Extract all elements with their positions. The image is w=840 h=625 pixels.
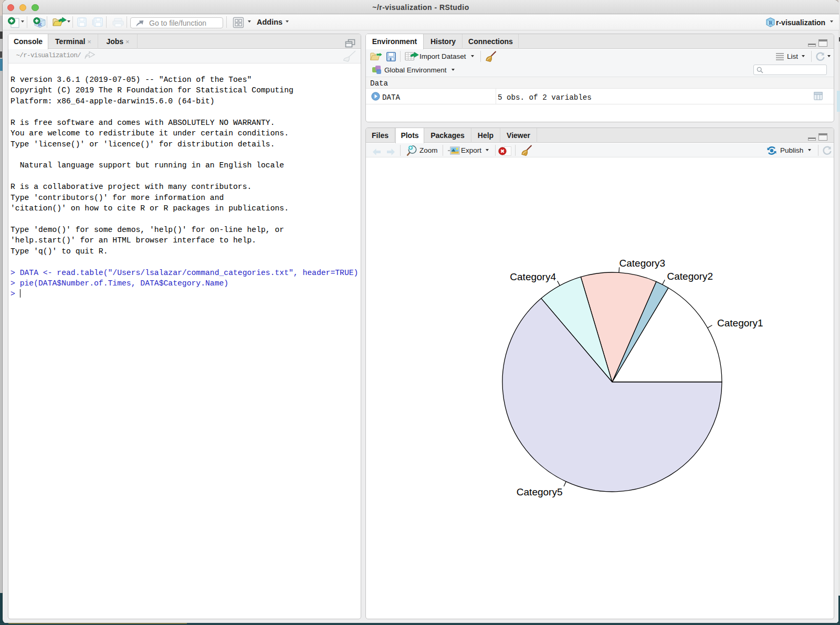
svg-text:Category2: Category2	[667, 271, 713, 282]
svg-text:Category3: Category3	[620, 258, 666, 269]
svg-text:Category4: Category4	[510, 271, 556, 282]
svg-text:Category1: Category1	[717, 317, 763, 329]
svg-text:R: R	[769, 20, 773, 26]
svg-text:Category5: Category5	[517, 486, 563, 497]
